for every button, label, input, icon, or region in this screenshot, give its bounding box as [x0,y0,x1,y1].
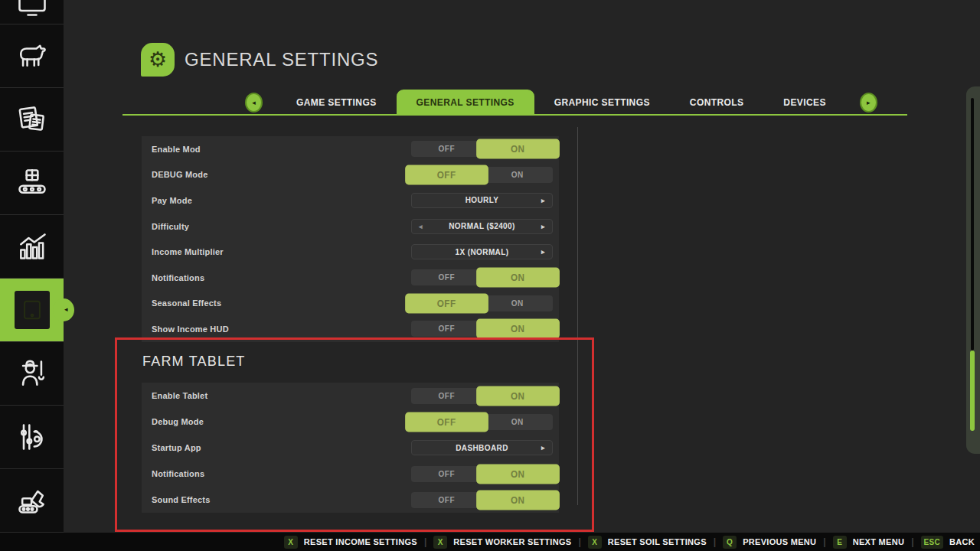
setting-row: Pay Mode ◂ HOURLY ▸ [142,187,559,214]
shortcut-back[interactable]: ESCBACK [921,536,975,549]
sidebar: ◂ [0,0,64,533]
sidebar-item-statistics[interactable] [0,215,64,279]
key-badge: Q [723,536,737,549]
dropdown-select[interactable]: ◂ 1X (NORMAL) ▸ [411,244,553,259]
sidebar-item-animals[interactable] [0,24,64,88]
setting-label: Sound Effects [152,495,211,504]
separator: | [578,536,580,547]
contracts-icon [15,103,49,136]
toggle-on-button[interactable]: ON [476,268,559,288]
sidebar-item-contracts[interactable] [0,88,64,152]
toggle-off-button[interactable]: OFF [411,388,482,404]
toggle-on-button[interactable]: ON [482,414,554,430]
dropdown-value: HOURLY [466,196,499,204]
tab-devices[interactable]: DEVICES [763,90,845,116]
shortcut-previous-menu[interactable]: QPREVIOUS MENU [723,536,816,549]
setting-label: Enable Tablet [152,391,207,400]
shortcut-label: NEXT MENU [853,537,904,546]
tab-controls[interactable]: CONTROLS [670,90,764,116]
dropdown-select[interactable]: ◂ HOURLY ▸ [411,193,553,208]
tabs-next-button[interactable]: ▸ [860,93,877,112]
monitor-icon [15,0,49,19]
panel-scrollbar[interactable] [577,127,578,505]
toggle-off-button[interactable]: OFF [405,165,488,184]
sidebar-item-construction[interactable] [0,469,64,533]
tab-graphic-settings[interactable]: GRAPHIC SETTINGS [534,90,670,116]
key-badge: X [588,536,602,549]
chevron-right-icon[interactable]: ▸ [541,222,545,230]
tab-bar: ◂GAME SETTINGSGENERAL SETTINGSGRAPHIC SE… [245,90,877,116]
toggle-switch: OFF ON [411,269,553,285]
setting-row: Show Income HUD OFF ON [142,316,559,342]
chevron-right-icon[interactable]: ▸ [541,248,545,256]
sidebar-item-mod-settings[interactable] [0,406,64,469]
shortcut-reset-worker-settings[interactable]: XRESET WORKER SETTINGS [433,536,571,549]
general-settings-header-icon: ⚙ [141,43,175,77]
page-title: GENERAL SETTINGS [185,49,378,70]
dropdown-value: NORMAL ($2400) [449,222,515,230]
general-settings-rows: Enable Mod OFF ON DEBUG Mode OFF ON Pay … [142,136,559,342]
toggle-on-button[interactable]: ON [476,386,559,406]
setting-row: Debug Mode OFF ON [142,409,559,435]
toggle-off-button[interactable]: OFF [405,293,488,313]
animals-icon [15,39,49,73]
separator: | [823,536,825,547]
tab-game-settings[interactable]: GAME SETTINGS [276,90,397,116]
farm-tablet-section-title: FARM TABLET [142,354,246,370]
setting-row: Seasonal Effects OFF ON [142,291,559,317]
sidebar-item-farm-tablet[interactable]: ◂ [0,279,64,342]
gear-icon: ⚙ [149,50,167,70]
dropdown-value: 1X (NORMAL) [456,248,509,256]
setting-row: Income Multiplier ◂ 1X (NORMAL) ▸ [142,239,559,265]
toggle-on-button[interactable]: ON [476,490,559,510]
toggle-on-button[interactable]: ON [482,167,554,183]
toggle-off-button[interactable]: OFF [411,141,482,157]
toggle-off-button[interactable]: OFF [411,492,482,508]
toggle-off-button[interactable]: OFF [411,466,482,482]
tabs-prev-button[interactable]: ◂ [245,93,263,112]
toggle-switch: OFF ON [411,321,553,337]
tab-general-settings[interactable]: GENERAL SETTINGS [397,90,534,116]
toggle-on-button[interactable]: ON [476,464,559,484]
toggle-on-button[interactable]: ON [476,319,559,339]
toggle-off-button[interactable]: OFF [411,321,482,337]
setting-label: Enable Mod [152,145,201,154]
shortcut-label: BACK [949,537,975,546]
setting-row: Notifications OFF ON [142,461,559,487]
toggle-off-button[interactable]: OFF [405,412,488,432]
dropdown-select[interactable]: ◂ NORMAL ($2400) ▸ [411,219,553,234]
separator: | [911,536,913,547]
sidebar-item-monitor[interactable] [0,0,64,24]
setting-row: Enable Mod OFF ON [142,136,559,162]
chevron-right-icon[interactable]: ▸ [541,197,545,204]
screen-scrollbar [966,86,980,454]
setting-label: Pay Mode [152,196,192,205]
shortcut-next-menu[interactable]: ENEXT MENU [833,536,904,549]
shortcut-label: RESET WORKER SETTINGS [453,537,571,546]
sidebar-item-workers[interactable] [0,342,64,406]
active-item-bump [53,298,74,321]
scrollbar-track [971,98,974,350]
toggle-on-button[interactable]: ON [482,295,554,311]
toggle-switch: OFF ON [411,295,553,311]
dropdown-select[interactable]: ◂ DASHBOARD ▸ [411,440,553,455]
production-icon [15,166,49,200]
key-badge: E [833,536,847,549]
chevron-right-icon[interactable]: ▸ [541,444,545,452]
toggle-switch: OFF ON [411,492,553,508]
toggle-on-button[interactable]: ON [476,139,559,159]
shortcut-reset-soil-settings[interactable]: XRESET SOIL SETTINGS [588,536,707,549]
key-badge: X [284,536,298,549]
toggle-switch: OFF ON [411,388,553,404]
bottom-shortcut-bar: XRESET INCOME SETTINGS|XRESET WORKER SET… [0,533,980,551]
mod-settings-icon [15,420,49,454]
shortcut-reset-income-settings[interactable]: XRESET INCOME SETTINGS [284,536,417,549]
chevron-left-icon[interactable]: ◂ [419,222,423,230]
scrollbar-thumb[interactable] [970,350,975,431]
setting-label: Income Multiplier [152,247,224,256]
tab-underline [122,114,907,116]
toggle-off-button[interactable]: OFF [411,269,482,285]
statistics-icon [15,230,49,263]
sidebar-item-production[interactable] [0,152,64,215]
setting-label: Difficulty [152,222,189,231]
